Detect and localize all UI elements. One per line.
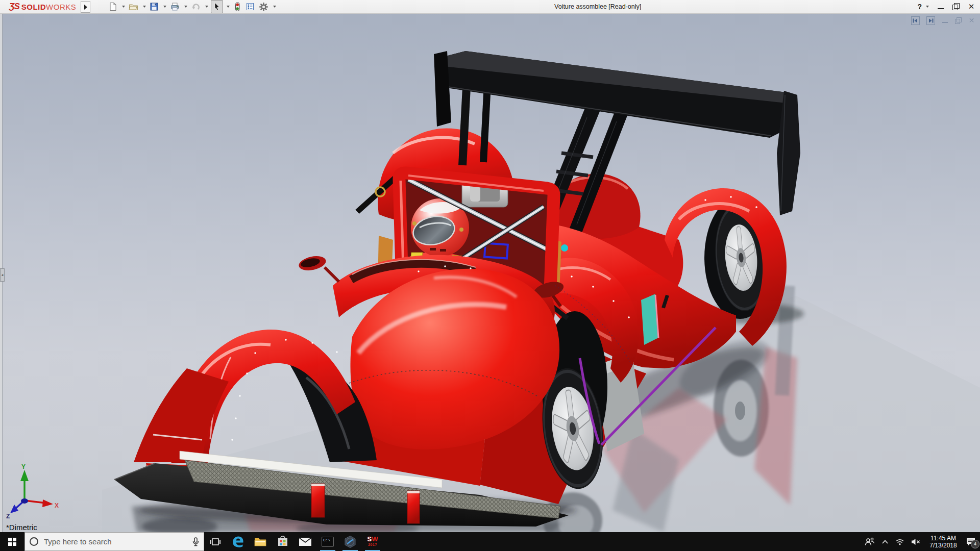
axis-z-label: Z xyxy=(6,513,10,519)
print-icon xyxy=(170,2,180,11)
wifi-icon[interactable] xyxy=(895,538,904,545)
save-caret[interactable] xyxy=(163,6,166,8)
pane-left-arrow-icon xyxy=(913,18,918,23)
document-close-button[interactable]: ✕ xyxy=(968,17,975,24)
document-restore-button[interactable] xyxy=(955,17,962,24)
clock-date: 7/13/2018 xyxy=(927,542,959,549)
options-button[interactable] xyxy=(258,1,270,13)
3d-model-race-car[interactable] xyxy=(0,13,980,532)
search-input[interactable] xyxy=(43,537,188,546)
select-cursor-icon xyxy=(212,2,222,11)
file-explorer-icon xyxy=(254,536,267,548)
task-view-button[interactable] xyxy=(204,532,227,551)
close-button[interactable]: ✕ xyxy=(968,3,975,10)
taskbar-file-explorer[interactable] xyxy=(249,532,272,551)
collapse-left-pane-button[interactable] xyxy=(911,16,920,25)
new-document-button[interactable] xyxy=(107,1,118,13)
hexagon-app-icon xyxy=(344,535,357,548)
select-tool-button[interactable] xyxy=(211,0,223,13)
undo-button[interactable] xyxy=(190,1,202,13)
document-minimize-button[interactable] xyxy=(942,17,948,24)
print-button[interactable] xyxy=(169,1,181,13)
undo-arrow-icon xyxy=(191,2,201,11)
notification-badge: 4 xyxy=(971,540,979,548)
taskbar-clock[interactable]: 11:45 AM 7/13/2018 xyxy=(927,535,959,549)
solidworks-logo: ƷS SOLID WORKS xyxy=(9,1,76,12)
microphone-icon[interactable] xyxy=(192,537,199,546)
start-button[interactable] xyxy=(0,532,24,551)
command-prompt-icon: C:\ xyxy=(322,537,334,547)
cyan-detail xyxy=(561,244,568,252)
file-properties-icon xyxy=(246,2,255,11)
rebuild-traffic-light-icon xyxy=(233,2,241,12)
rebuild-button[interactable] xyxy=(232,1,242,13)
solidworks-2017-icon: SW 2017 xyxy=(368,536,378,547)
save-button[interactable] xyxy=(149,1,160,13)
taskbar-mail[interactable] xyxy=(294,532,316,551)
document-window-controls: ✕ xyxy=(911,16,975,25)
quick-access-toolbar xyxy=(107,0,279,13)
help-button[interactable]: ? xyxy=(917,3,922,11)
axis-y-label: Y xyxy=(21,464,26,470)
print-caret[interactable] xyxy=(184,6,187,8)
cortana-icon[interactable] xyxy=(30,537,38,546)
taskbar-store[interactable] xyxy=(272,532,294,551)
windows-taskbar: C:\ SW 2017 xyxy=(0,532,980,551)
window-title: Voiture assomblee [Read-only] xyxy=(554,3,641,10)
window-controls: ? ✕ xyxy=(917,0,975,13)
solidworks-window: ƷS SOLID WORKS xyxy=(0,0,980,551)
action-center-button[interactable]: 4 xyxy=(966,537,976,546)
pane-right-arrow-icon xyxy=(928,18,934,23)
new-document-icon xyxy=(108,2,117,11)
taskbar-command-prompt[interactable]: C:\ xyxy=(316,532,339,551)
orientation-triad: Y X Z xyxy=(5,464,61,519)
left-mirror xyxy=(298,254,339,282)
edge-icon xyxy=(231,535,244,548)
people-icon[interactable] xyxy=(865,537,875,546)
options-gear-icon xyxy=(259,2,268,12)
restore-button[interactable] xyxy=(952,3,960,10)
axis-x-label: X xyxy=(55,502,59,509)
volume-muted-icon[interactable] xyxy=(911,538,921,545)
options-caret[interactable] xyxy=(273,6,276,8)
expand-arrow-icon xyxy=(84,5,87,10)
view-orientation-label: *Dimetric xyxy=(6,523,37,532)
taskbar-dev-app[interactable] xyxy=(339,532,361,551)
file-properties-button[interactable] xyxy=(244,1,256,13)
mail-icon xyxy=(299,537,312,547)
windows-logo-icon xyxy=(8,538,16,546)
undo-caret[interactable] xyxy=(205,6,208,8)
new-document-caret[interactable] xyxy=(122,6,125,8)
clock-time: 11:45 AM xyxy=(927,535,959,542)
open-caret[interactable] xyxy=(143,6,146,8)
save-floppy-icon xyxy=(150,2,159,11)
task-view-icon xyxy=(210,537,221,547)
panel-expand-tab[interactable]: ◂ xyxy=(0,268,5,282)
collapse-right-pane-button[interactable] xyxy=(926,16,935,25)
tray-chevron-up-icon[interactable] xyxy=(881,539,889,544)
menu-expand-button[interactable] xyxy=(81,1,90,13)
open-folder-icon xyxy=(129,2,138,11)
select-caret[interactable] xyxy=(227,6,230,8)
title-bar: ƷS SOLID WORKS xyxy=(0,0,980,14)
help-caret[interactable] xyxy=(926,6,929,8)
system-tray: 11:45 AM 7/13/2018 4 xyxy=(865,532,980,551)
taskbar-edge[interactable] xyxy=(227,532,249,551)
minimize-button[interactable] xyxy=(937,3,944,10)
store-icon xyxy=(277,535,289,548)
graphics-area: ✕ ◂ Y X Z *Dimetric xyxy=(0,13,980,532)
open-button[interactable] xyxy=(128,1,139,13)
taskbar-search-box[interactable] xyxy=(24,532,204,551)
taskbar-solidworks[interactable]: SW 2017 xyxy=(361,532,384,551)
solidworks-logo-glyph: ƷS xyxy=(9,2,19,12)
